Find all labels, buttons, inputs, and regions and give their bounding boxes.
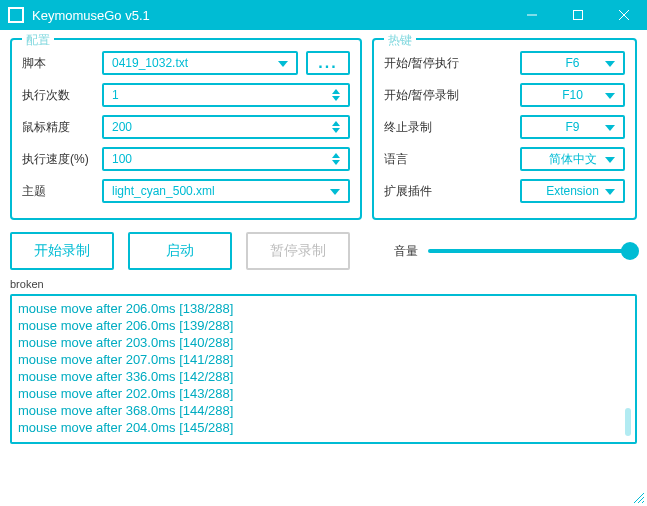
log-line: mouse move after 368.0ms [144/288]	[18, 402, 629, 419]
maximize-button[interactable]	[555, 0, 601, 30]
volume-slider[interactable]	[428, 249, 637, 253]
exec-speed-spinner[interactable]: 100	[102, 147, 350, 171]
volume-label: 音量	[394, 243, 418, 260]
script-value: 0419_1032.txt	[112, 56, 188, 70]
spin-up-icon[interactable]	[332, 89, 340, 94]
start-pause-exec-value: F6	[565, 56, 579, 70]
start-pause-exec-select[interactable]: F6	[520, 51, 625, 75]
mouse-precision-value: 200	[112, 120, 132, 134]
hotkey-legend: 热键	[384, 32, 416, 49]
script-select[interactable]: 0419_1032.txt	[102, 51, 298, 75]
log-line: mouse move after 336.0ms [142/288]	[18, 368, 629, 385]
log-line: mouse move after 204.0ms [145/288]	[18, 419, 629, 436]
config-panel: 配置 脚本 0419_1032.txt ... 执行次数 1 鼠标精度	[10, 38, 362, 220]
log-line: mouse move after 202.0ms [143/288]	[18, 385, 629, 402]
spin-up-icon[interactable]	[332, 153, 340, 158]
spin-down-icon[interactable]	[332, 96, 340, 101]
exec-count-label: 执行次数	[22, 87, 102, 104]
start-pause-rec-select[interactable]: F10	[520, 83, 625, 107]
log-line: mouse move after 206.0ms [138/288]	[18, 300, 629, 317]
hotkey-panel: 热键 开始/暂停执行 F6 开始/暂停录制 F10 终止录制 F9	[372, 38, 637, 220]
theme-label: 主题	[22, 183, 102, 200]
resize-grip[interactable]	[631, 490, 645, 504]
minimize-button[interactable]	[509, 0, 555, 30]
log-line: mouse move after 206.0ms [139/288]	[18, 317, 629, 334]
start-pause-rec-label: 开始/暂停录制	[384, 87, 484, 104]
stop-rec-label: 终止录制	[384, 119, 484, 136]
svg-rect-1	[574, 11, 583, 20]
start-pause-rec-value: F10	[562, 88, 583, 102]
chevron-down-icon	[605, 157, 615, 163]
lang-value: 简体中文	[549, 151, 597, 168]
ext-plugin-label: 扩展插件	[384, 183, 484, 200]
exec-count-spinner[interactable]: 1	[102, 83, 350, 107]
mouse-precision-label: 鼠标精度	[22, 119, 102, 136]
action-row: 开始录制 启动 暂停录制 音量	[10, 232, 637, 270]
window-title: KeymomuseGo v5.1	[32, 8, 509, 23]
chevron-down-icon	[605, 125, 615, 131]
titlebar: KeymomuseGo v5.1	[0, 0, 647, 30]
app-icon	[8, 7, 24, 23]
exec-speed-label: 执行速度(%)	[22, 151, 102, 168]
config-legend: 配置	[22, 32, 54, 49]
ext-plugin-value: Extension	[546, 184, 599, 198]
lang-label: 语言	[384, 151, 484, 168]
log-line: mouse move after 203.0ms [140/288]	[18, 334, 629, 351]
lang-select[interactable]: 简体中文	[520, 147, 625, 171]
pause-record-button: 暂停录制	[246, 232, 350, 270]
start-button[interactable]: 启动	[128, 232, 232, 270]
browse-button[interactable]: ...	[306, 51, 350, 75]
chevron-down-icon	[605, 61, 615, 67]
start-record-button[interactable]: 开始录制	[10, 232, 114, 270]
exec-count-value: 1	[112, 88, 119, 102]
scrollbar[interactable]	[625, 408, 631, 436]
slider-knob[interactable]	[621, 242, 639, 260]
log-output[interactable]: mouse move after 206.0ms [138/288] mouse…	[10, 294, 637, 444]
ext-plugin-select[interactable]: Extension	[520, 179, 625, 203]
stop-rec-value: F9	[565, 120, 579, 134]
chevron-down-icon	[605, 93, 615, 99]
stop-rec-select[interactable]: F9	[520, 115, 625, 139]
start-pause-exec-label: 开始/暂停执行	[384, 55, 484, 72]
close-button[interactable]	[601, 0, 647, 30]
chevron-down-icon	[605, 189, 615, 195]
spin-up-icon[interactable]	[332, 121, 340, 126]
spin-down-icon[interactable]	[332, 128, 340, 133]
log-line: mouse move after 207.0ms [141/288]	[18, 351, 629, 368]
script-label: 脚本	[22, 55, 102, 72]
svg-line-6	[642, 501, 644, 503]
chevron-down-icon	[330, 189, 340, 195]
exec-speed-value: 100	[112, 152, 132, 166]
status-text: broken	[10, 278, 637, 290]
theme-value: light_cyan_500.xml	[112, 184, 215, 198]
chevron-down-icon	[278, 61, 288, 67]
mouse-precision-spinner[interactable]: 200	[102, 115, 350, 139]
theme-select[interactable]: light_cyan_500.xml	[102, 179, 350, 203]
spin-down-icon[interactable]	[332, 160, 340, 165]
